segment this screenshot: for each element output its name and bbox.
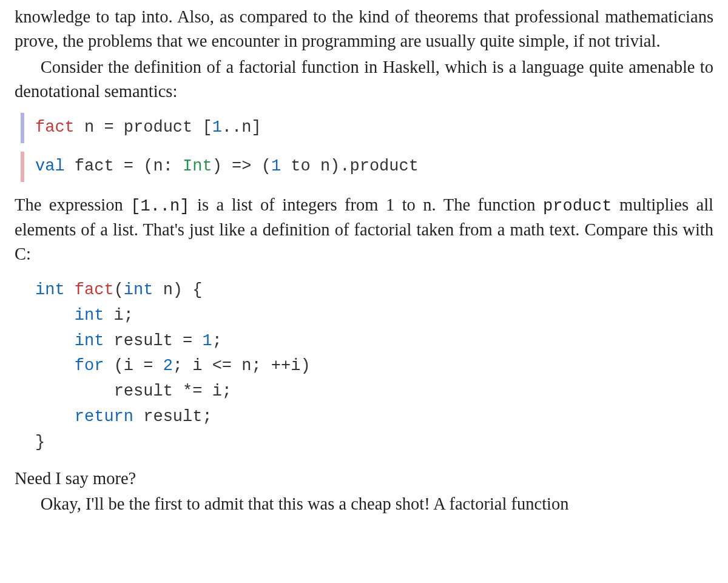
code-token: ; bbox=[212, 332, 222, 350]
code-inline: [1..n] bbox=[130, 197, 189, 215]
document-page: knowledge to tap into. Also, as compared… bbox=[0, 0, 728, 583]
code-token: 1 bbox=[212, 118, 222, 136]
code-token: result = bbox=[104, 332, 202, 350]
code-inline: product bbox=[543, 197, 612, 215]
code-token: int bbox=[75, 306, 104, 325]
code-block-haskell: fact n = product [1..n] bbox=[21, 113, 713, 143]
code-token: to n).product bbox=[281, 157, 419, 175]
paragraph-4: Need I say more? bbox=[15, 467, 713, 491]
code-token: int bbox=[75, 332, 104, 350]
code-token: n) { bbox=[153, 281, 202, 299]
text: The expression bbox=[15, 195, 130, 214]
code-token: ) => ( bbox=[212, 157, 271, 175]
code-token: return bbox=[75, 408, 133, 426]
code-token: 1 bbox=[202, 332, 212, 350]
code-token: ; i <= n; ++i) bbox=[173, 357, 311, 375]
paragraph-3: The expression [1..n] is a list of integ… bbox=[15, 193, 713, 267]
code-token: ..n] bbox=[222, 118, 261, 136]
code-token: result *= i; bbox=[114, 382, 232, 400]
code-token: for bbox=[75, 357, 104, 375]
indent bbox=[35, 408, 75, 426]
code-token: val bbox=[35, 157, 65, 175]
code-block-c: int fact(int n) { int i; int result = 1;… bbox=[21, 275, 713, 458]
code-token: (i = bbox=[104, 357, 163, 375]
code-token: fact bbox=[35, 118, 75, 136]
code-token: n = product [ bbox=[75, 118, 212, 136]
paragraph-5: Okay, I'll be the first to admit that th… bbox=[15, 492, 713, 516]
code-token: } bbox=[35, 433, 45, 451]
code-token: int bbox=[124, 281, 153, 299]
code-token: ( bbox=[114, 281, 124, 299]
code-token: Int bbox=[183, 157, 212, 175]
code-token: 2 bbox=[163, 357, 173, 375]
indent bbox=[35, 357, 75, 375]
paragraph-1: knowledge to tap into. Also, as compared… bbox=[15, 5, 713, 54]
code-token: i; bbox=[104, 306, 133, 325]
text: is a list of integers from 1 to n. The f… bbox=[189, 195, 543, 214]
indent bbox=[35, 382, 114, 400]
code-block-scala: val fact = (n: Int) => (1 to n).product bbox=[21, 152, 713, 182]
code-token: int bbox=[35, 281, 65, 299]
code-token: result; bbox=[133, 408, 212, 426]
indent bbox=[35, 332, 75, 350]
indent bbox=[35, 306, 75, 325]
paragraph-2: Consider the definition of a factorial f… bbox=[15, 55, 713, 104]
code-token: 1 bbox=[271, 157, 281, 175]
code-token: fact = (n: bbox=[65, 157, 183, 175]
code-token: fact bbox=[65, 281, 114, 299]
